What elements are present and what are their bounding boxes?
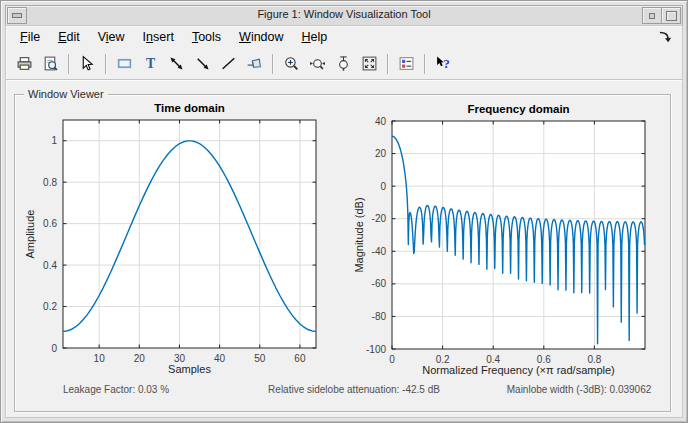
status-sidelobe-attenuation: Relative sidelobe attenuation: -42.5 dB <box>268 384 440 395</box>
full-view-button[interactable] <box>357 52 381 76</box>
whats-this-help-button[interactable]: ? <box>431 52 455 76</box>
svg-text:?: ? <box>443 56 450 71</box>
printer-icon <box>16 55 33 72</box>
zoom-x-button[interactable] <box>305 52 329 76</box>
insert-line-button[interactable] <box>216 52 240 76</box>
print-preview-icon <box>42 55 59 72</box>
maximize-button[interactable] <box>661 7 681 24</box>
menu-item-help[interactable]: Help <box>293 28 337 46</box>
context-help-icon: ? <box>435 55 452 72</box>
toolbar: T? <box>6 48 682 80</box>
minimize-icon <box>649 13 655 19</box>
legend-toggle-button[interactable] <box>394 52 418 76</box>
insert-pin-button[interactable] <box>242 52 266 76</box>
legend-icon <box>398 55 415 72</box>
status-leakage-factor: Leakage Factor: 0.03 % <box>63 384 169 395</box>
dock-figure-button[interactable] <box>656 28 674 46</box>
print-button[interactable] <box>12 52 36 76</box>
minimize-button[interactable] <box>642 7 662 24</box>
line-icon <box>220 55 237 72</box>
zoom-x-icon <box>309 55 326 72</box>
menu-item-file[interactable]: File <box>11 28 49 46</box>
svg-text:T: T <box>145 56 154 71</box>
double-arrow-icon <box>168 55 185 72</box>
insert-double-arrow-button[interactable] <box>164 52 188 76</box>
rectangle-icon <box>116 55 133 72</box>
status-mainlobe-width: Mainlobe width (-3dB): 0.039062 <box>507 384 652 395</box>
toolbar-separator <box>387 54 388 74</box>
figure-client-area: FileEditViewInsertToolsWindowHelp T? Win… <box>5 25 683 418</box>
figure-window: Figure 1: Window Visualization Tool File… <box>0 0 688 423</box>
zoom-in-button[interactable] <box>279 52 303 76</box>
zoom-in-icon <box>283 55 300 72</box>
menu-item-view[interactable]: View <box>89 28 134 46</box>
insert-arrow-button[interactable] <box>190 52 214 76</box>
menu-item-edit[interactable]: Edit <box>49 28 89 46</box>
full-view-icon <box>361 55 378 72</box>
window-title: Figure 1: Window Visualization Tool <box>6 8 682 20</box>
print-preview-button[interactable] <box>38 52 62 76</box>
title-bar[interactable]: Figure 1: Window Visualization Tool <box>5 5 683 26</box>
zoom-y-button[interactable] <box>331 52 355 76</box>
text-icon: T <box>142 55 159 72</box>
window-viewer-panel: Window Viewer <box>14 94 671 412</box>
edit-plot-button[interactable] <box>75 52 99 76</box>
zoom-y-icon <box>335 55 352 72</box>
toolbar-separator <box>68 54 69 74</box>
arrow-icon <box>194 55 211 72</box>
toolbar-separator <box>272 54 273 74</box>
toolbar-separator <box>105 54 106 74</box>
toolbar-separator <box>424 54 425 74</box>
insert-rectangle-button[interactable] <box>112 52 136 76</box>
menu-item-tools[interactable]: Tools <box>183 28 230 46</box>
menu-item-window[interactable]: Window <box>230 28 292 46</box>
menu-bar: FileEditViewInsertToolsWindowHelp <box>6 26 682 48</box>
window-viewer-label: Window Viewer <box>24 87 108 102</box>
menu-item-insert[interactable]: Insert <box>134 28 183 46</box>
insert-text-button[interactable]: T <box>138 52 162 76</box>
pointer-icon <box>79 55 96 72</box>
dock-figure-arrow-icon <box>656 28 674 46</box>
maximize-icon <box>666 11 677 21</box>
pushpin-icon <box>246 55 263 72</box>
